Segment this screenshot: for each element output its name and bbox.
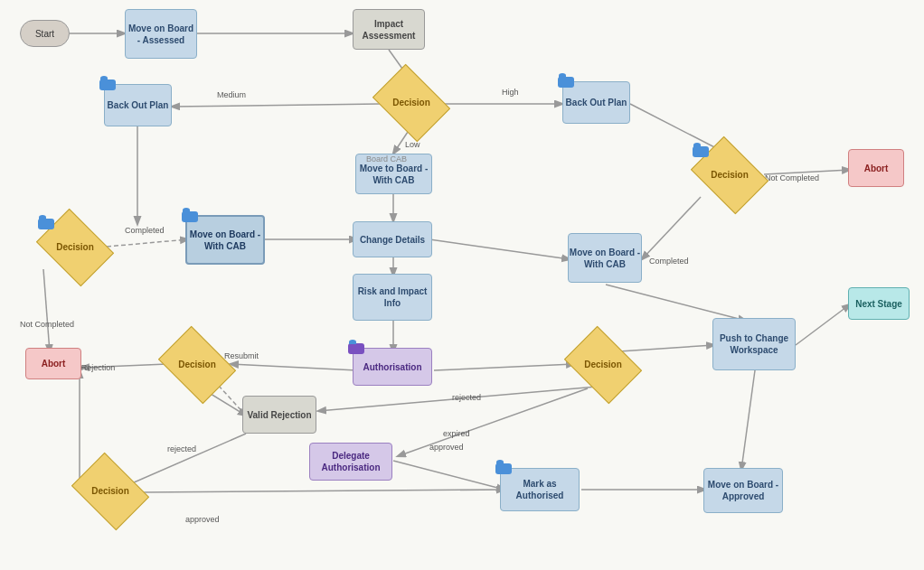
start-node: Start [20,20,70,47]
badge-icon-authorisation [348,343,364,354]
svg-text:Medium: Medium [217,90,246,99]
authorisation-node: Authorisation [353,348,432,386]
decision-bottom-diamond: Decision [79,468,142,515]
valid-rejection-node: Valid Rejection [242,396,316,434]
svg-text:Not Completed: Not Completed [20,320,74,329]
svg-line-19 [81,364,167,368]
decision1-diamond: Decision [380,79,443,126]
svg-text:rejected: rejected [452,393,481,402]
abort-right-node: Abort [848,149,904,187]
svg-text:Completed: Completed [649,257,689,266]
svg-line-16 [393,461,504,490]
back-out-plan-left-node: Back Out Plan [104,84,172,126]
decision-mid-diamond: Decision [571,341,635,388]
svg-line-26 [796,304,850,345]
workflow-diagram: Medium High Low Completed Not Completed … [0,0,924,570]
push-change-workspace-node: Push to Change Workspace [712,318,796,370]
svg-line-24 [143,490,504,492]
svg-text:Resubmit: Resubmit [224,351,259,360]
move-board-approved-node: Move on Board - Approved [703,468,783,513]
svg-line-30 [606,285,746,321]
impact-assessment-node: Impact Assessment [353,9,425,50]
svg-text:approved: approved [429,443,464,452]
svg-line-27 [741,370,755,470]
decision-top-right-diamond: Decision [698,152,761,199]
risk-impact-node: Risk and Impact Info [353,274,432,321]
move-on-board-cab-center-node: Move on Board - With CAB [185,215,265,265]
svg-text:Completed: Completed [125,226,165,235]
badge-icon-decision-left [38,219,54,229]
change-details-node: Change Details [353,221,432,257]
svg-text:expired: expired [443,429,470,438]
svg-line-15 [398,388,588,456]
svg-text:Low: Low [405,140,420,149]
move-to-board-cab-node: Move to Board - With CAB [355,154,432,194]
svg-text:High: High [502,88,519,97]
badge-icon-decision-top-right [693,146,709,157]
move-on-board-assessed-node: Move on Board - Assessed [125,9,197,59]
delegate-auth-node: Delegate Authorisation [309,443,392,481]
abort-left-node: Abort [25,348,81,379]
badge-icon-right [558,77,574,88]
svg-text:rejected: rejected [167,444,196,453]
svg-line-28 [764,170,850,174]
decision-reject-diamond: Decision [165,341,229,388]
svg-line-12 [434,364,574,370]
svg-line-8 [107,239,188,247]
svg-text:approved: approved [185,515,220,524]
svg-line-4 [172,104,380,107]
badge-icon-mark-auth [495,463,512,474]
svg-line-18 [231,364,357,370]
svg-line-22 [43,269,50,352]
decision-left-diamond: Decision [43,224,107,271]
badge-icon-cab-center [182,211,198,222]
svg-line-14 [318,387,597,411]
move-on-board-cab-right-node: Move on Board - With CAB [568,233,642,283]
badge-icon-left [99,79,116,90]
mark-authorised-node: Mark as Authorised [500,468,580,511]
svg-line-32 [630,104,723,152]
next-stage-node: Next Stage [848,287,910,320]
svg-text:Not Completed: Not Completed [765,173,819,182]
svg-line-29 [642,197,701,259]
back-out-plan-right-node: Back Out Plan [562,81,630,124]
svg-line-31 [429,239,570,259]
